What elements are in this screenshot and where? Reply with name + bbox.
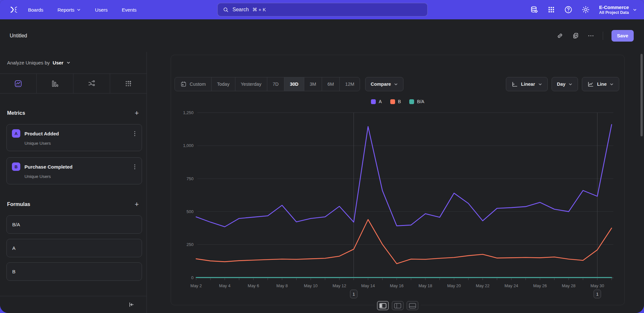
x-axis-label: May 22 xyxy=(476,283,490,288)
top-nav-left: BoardsReportsUsersEvents xyxy=(8,0,137,19)
view-button-label: Line xyxy=(597,82,607,87)
analyze-header: Analyze Uniques by User xyxy=(0,52,147,74)
nav-item-users[interactable]: Users xyxy=(95,7,108,13)
legend-swatch xyxy=(409,99,414,104)
metric-card-a[interactable]: AProduct AddedUnique Users xyxy=(6,124,142,151)
collapse-sidebar-icon[interactable] xyxy=(128,301,135,308)
scrollbar[interactable] xyxy=(640,54,643,136)
legend-label: B xyxy=(398,99,401,104)
metric-aggregation[interactable]: Unique Users xyxy=(24,141,137,146)
canvas-size-toggles xyxy=(374,301,421,310)
x-axis-label: May 14 xyxy=(361,283,375,288)
legend-item-b-a[interactable]: B/A xyxy=(409,99,424,104)
search-shortcut: ⌘ + K xyxy=(252,7,266,13)
canvas-toggle-full-width[interactable] xyxy=(407,301,418,310)
formula-card-b[interactable]: B xyxy=(6,262,142,281)
search-icon xyxy=(223,7,229,13)
range-label: Custom xyxy=(190,82,206,87)
report-title[interactable]: Untitled xyxy=(10,19,27,52)
x-axis-label: May 10 xyxy=(304,283,318,288)
tab-funnels[interactable] xyxy=(37,74,73,93)
legend-swatch xyxy=(390,99,395,104)
nav-item-events[interactable]: Events xyxy=(122,7,137,13)
range-label: 30D xyxy=(290,82,298,87)
legend-item-a[interactable]: A xyxy=(371,99,382,104)
x-axis-label: May 2 xyxy=(190,283,202,288)
chevron-down-icon xyxy=(394,82,398,86)
line-dropdown-button[interactable]: Line xyxy=(582,77,619,91)
range-button-7d[interactable]: 7D xyxy=(267,77,285,91)
annotation-marker[interactable]: 1 xyxy=(350,290,357,298)
svg-text:1: 1 xyxy=(596,292,598,297)
formula-card-b-a[interactable]: B/A xyxy=(6,215,142,234)
help-icon[interactable] xyxy=(564,5,573,14)
settings-icon[interactable] xyxy=(582,5,590,14)
retention-icon xyxy=(124,80,132,88)
kebab-menu-icon[interactable] xyxy=(133,131,137,137)
kebab-menu-icon[interactable] xyxy=(133,164,137,170)
flows-icon xyxy=(88,80,96,88)
chart-controls: CustomTodayYesterday7D30D3M6M12M Compare… xyxy=(175,77,619,91)
tab-retention[interactable] xyxy=(110,74,147,93)
compare-button[interactable]: Compare xyxy=(365,77,403,91)
metric-aggregation[interactable]: Unique Users xyxy=(24,174,137,179)
apps-grid-icon[interactable] xyxy=(547,5,555,14)
analyze-entity-dropdown[interactable]: User xyxy=(53,60,63,65)
date-range-control: CustomTodayYesterday7D30D3M6M12M xyxy=(175,77,360,91)
range-button-3m[interactable]: 3M xyxy=(304,77,322,91)
tab-insights[interactable] xyxy=(0,74,37,93)
x-axis-label: May 24 xyxy=(505,283,518,288)
add-formula-button[interactable]: + xyxy=(133,201,140,208)
day-dropdown-button[interactable]: Day xyxy=(552,77,578,91)
range-button-6m[interactable]: 6M xyxy=(322,77,340,91)
save-button[interactable]: Save xyxy=(611,30,634,42)
canvas-toggle-medium-width[interactable] xyxy=(392,301,403,310)
formula-card-a[interactable]: A xyxy=(6,239,142,257)
range-button-custom[interactable]: Custom xyxy=(175,77,212,91)
compare-label: Compare xyxy=(371,82,391,87)
range-button-yesterday[interactable]: Yesterday xyxy=(235,77,267,91)
metrics-title: Metrics xyxy=(7,110,25,116)
x-axis-label: May 30 xyxy=(591,283,604,288)
more-options-icon[interactable] xyxy=(587,32,594,39)
range-button-30d[interactable]: 30D xyxy=(284,77,304,91)
copy-link-icon[interactable] xyxy=(556,32,564,39)
duplicate-icon[interactable] xyxy=(572,32,579,39)
y-axis-label: 750 xyxy=(186,176,194,181)
x-axis-label: May 20 xyxy=(447,283,461,288)
y-axis-label: 1,000 xyxy=(183,143,194,148)
data-management-icon[interactable] xyxy=(530,5,538,14)
axis-linear-icon xyxy=(511,81,518,88)
search-input[interactable]: Search ⌘ + K xyxy=(217,3,428,16)
metrics-list: AProduct AddedUnique UsersBPurchase Comp… xyxy=(6,124,142,184)
query-sidebar: Analyze Uniques by User Metrics + AProdu… xyxy=(0,52,147,313)
chevron-down-icon xyxy=(610,82,614,86)
chevron-down-icon xyxy=(66,61,71,65)
range-button-today[interactable]: Today xyxy=(212,77,235,91)
insights-icon xyxy=(14,80,22,88)
nav-item-boards[interactable]: Boards xyxy=(28,7,43,13)
formula-label: B xyxy=(12,269,15,274)
add-metric-button[interactable]: + xyxy=(133,110,140,116)
tab-flows[interactable] xyxy=(73,74,110,93)
primary-nav: BoardsReportsUsersEvents xyxy=(28,7,137,13)
metric-name: Purchase Completed xyxy=(24,164,133,170)
project-selector[interactable]: E-Commerce All Project Data xyxy=(599,5,637,15)
nav-item-label: Events xyxy=(122,7,137,13)
annotation-marker[interactable]: 1 xyxy=(594,290,601,298)
x-axis-label: May 18 xyxy=(419,283,432,288)
x-axis-label: May 4 xyxy=(219,283,230,288)
nav-item-reports[interactable]: Reports xyxy=(58,7,81,13)
mixpanel-logo-icon[interactable] xyxy=(8,4,20,15)
range-label: 3M xyxy=(310,82,316,87)
formulas-list: B/AAB xyxy=(6,215,142,281)
x-axis-label: May 8 xyxy=(276,283,288,288)
legend-item-b[interactable]: B xyxy=(390,99,401,104)
metric-letter-badge: A xyxy=(12,129,20,138)
canvas-toggle-default-width[interactable] xyxy=(377,301,389,310)
metric-name: Product Added xyxy=(24,131,133,136)
metric-card-b[interactable]: BPurchase CompletedUnique Users xyxy=(6,157,142,184)
range-button-12m[interactable]: 12M xyxy=(340,77,360,91)
linear-dropdown-button[interactable]: Linear xyxy=(506,77,548,91)
chart-card: CustomTodayYesterday7D30D3M6M12M Compare… xyxy=(171,55,625,305)
